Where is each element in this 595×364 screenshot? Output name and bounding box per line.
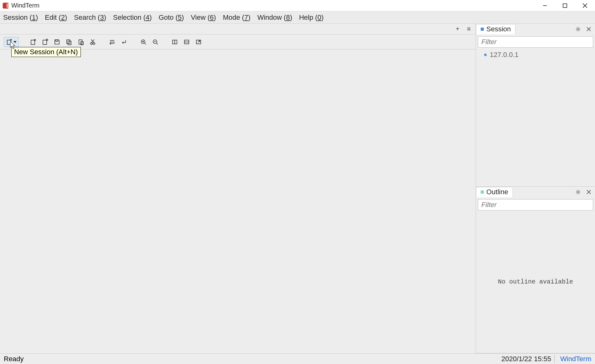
close-button[interactable]: [575, 0, 595, 11]
menu-bar: Session (1) Edit (2) Search (3) Selectio…: [0, 11, 595, 24]
session-filter-input[interactable]: [478, 36, 593, 48]
menu-goto[interactable]: Goto (5): [158, 13, 185, 22]
session-tree-item[interactable]: 127.0.0.1: [478, 49, 593, 60]
status-right: 2020/1/22 15:55 WindTerm: [501, 355, 591, 363]
outline-close-button[interactable]: [584, 188, 593, 196]
svg-rect-3: [563, 4, 567, 8]
svg-point-38: [577, 28, 579, 30]
dropdown-arrow-icon: [13, 41, 17, 43]
outline-tab-icon: [481, 190, 484, 194]
copy-button[interactable]: [64, 37, 74, 47]
status-bar: Ready 2020/1/22 15:55 WindTerm: [0, 353, 595, 364]
outline-empty-text: No outline available: [478, 212, 593, 351]
session-item-label: 127.0.0.1: [490, 51, 519, 59]
svg-line-26: [145, 43, 146, 44]
svg-rect-14: [56, 40, 58, 41]
svg-rect-0: [3, 3, 7, 8]
outline-panel-tab[interactable]: Outline: [476, 187, 513, 198]
new-tab-button[interactable]: +: [454, 25, 461, 33]
outline-panel-body: No outline available: [476, 197, 595, 353]
svg-rect-15: [67, 40, 70, 44]
zoom-in-button[interactable]: [138, 37, 148, 47]
menu-session[interactable]: Session (1): [2, 13, 39, 22]
outline-filter-input[interactable]: [478, 199, 593, 211]
svg-line-30: [157, 43, 158, 44]
svg-rect-16: [68, 41, 71, 45]
session-tab-icon: [481, 28, 484, 31]
status-left-text: Ready: [4, 355, 24, 363]
app-logo-icon: [2, 2, 9, 9]
session-settings-button[interactable]: [574, 25, 582, 34]
split-vertical-button[interactable]: [170, 37, 180, 47]
menu-help[interactable]: Help (0): [298, 13, 325, 22]
session-status-icon: [484, 54, 487, 56]
app-title: WindTerm: [11, 2, 39, 9]
status-datetime: 2020/1/22 15:55: [501, 355, 555, 363]
maximize-button[interactable]: [555, 0, 575, 11]
outline-panel-header: Outline: [476, 187, 595, 197]
menu-selection[interactable]: Selection (4): [112, 13, 153, 22]
session-panel-title: Session: [486, 25, 511, 33]
svg-point-19: [91, 43, 92, 44]
editor-area[interactable]: [0, 49, 476, 353]
title-left: WindTerm: [0, 2, 39, 9]
zoom-out-button[interactable]: [150, 37, 160, 47]
new-session-button[interactable]: [4, 37, 19, 47]
menu-edit[interactable]: Edit (2): [44, 13, 68, 22]
session-panel-tab[interactable]: Session: [476, 24, 515, 35]
save-button[interactable]: [52, 37, 62, 47]
outline-settings-button[interactable]: [574, 188, 582, 196]
popout-button[interactable]: [194, 37, 204, 47]
session-panel: Session 127.0.0.1: [476, 24, 595, 187]
right-column: Session 127.0.0.1: [476, 24, 595, 353]
menu-view[interactable]: View (6): [189, 13, 217, 22]
svg-point-13: [46, 39, 48, 40]
svg-line-37: [198, 41, 200, 43]
outline-panel-title: Outline: [486, 188, 508, 196]
session-close-button[interactable]: [584, 25, 593, 34]
title-bar: WindTerm: [0, 0, 595, 11]
close-session-button[interactable]: [28, 37, 38, 47]
session-panel-body: 127.0.0.1: [476, 34, 595, 186]
wrap-button[interactable]: [107, 37, 117, 47]
tooltip: New Session (Alt+N): [11, 47, 81, 57]
svg-rect-17: [79, 40, 82, 44]
menu-mode[interactable]: Mode (7): [222, 13, 252, 22]
tab-strip: + ≡: [0, 24, 476, 34]
split-horizontal-button[interactable]: [182, 37, 192, 47]
menu-search[interactable]: Search (3): [73, 13, 107, 22]
paste-button[interactable]: [76, 37, 86, 47]
outline-panel: Outline No outline available: [476, 187, 595, 353]
return-button[interactable]: [119, 37, 129, 47]
left-column: + ≡ New Session (Alt+N): [0, 24, 476, 353]
toolbar: New Session (Alt+N): [0, 34, 476, 49]
svg-rect-6: [7, 40, 11, 44]
status-brand[interactable]: WindTerm: [560, 355, 591, 363]
menu-window[interactable]: Window (8): [256, 13, 293, 22]
svg-point-41: [577, 191, 579, 193]
tab-menu-button[interactable]: ≡: [465, 25, 473, 33]
window-controls: [535, 0, 595, 11]
svg-point-20: [93, 43, 95, 44]
reconnect-session-button[interactable]: [40, 37, 50, 47]
cut-button[interactable]: [88, 37, 98, 47]
minimize-button[interactable]: [535, 0, 555, 11]
content-area: + ≡ New Session (Alt+N): [0, 24, 595, 353]
session-panel-header: Session: [476, 24, 595, 34]
svg-rect-12: [43, 40, 47, 44]
